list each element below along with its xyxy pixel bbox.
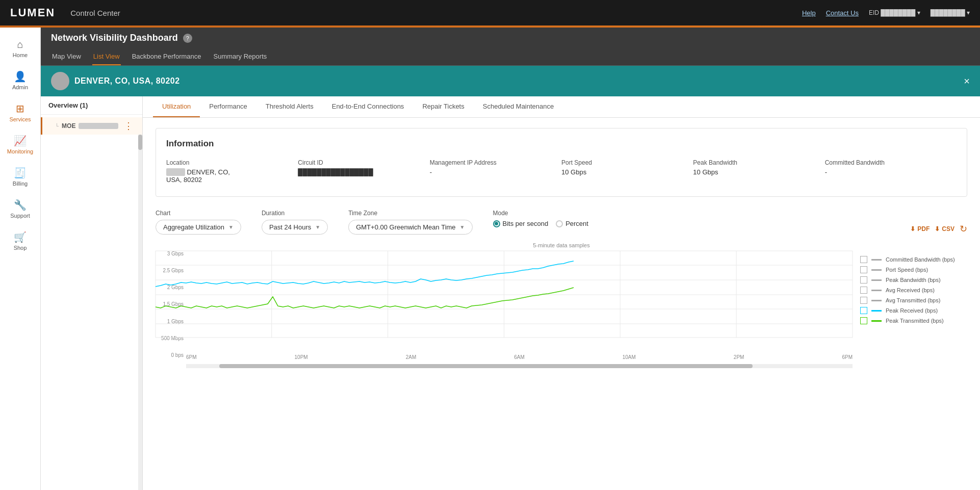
legend-checkbox-peak-bw[interactable] [860, 276, 867, 283]
left-panel-scrollbar[interactable] [138, 135, 142, 490]
sub-nav-list-view[interactable]: List View [92, 48, 121, 65]
x-label-2am: 2AM [406, 354, 417, 360]
sidebar-item-billing[interactable]: 🧾 Billing [0, 161, 40, 193]
overview-list: └ MOE ██████████ ⋮ [41, 117, 142, 135]
duration-label: Duration [262, 210, 328, 217]
tab-end-to-end[interactable]: End-to-End Connections [323, 96, 414, 117]
sub-nav-map-view[interactable]: Map View [51, 48, 82, 65]
duration-dropdown[interactable]: Past 24 Hours ▼ [262, 220, 328, 235]
legend-checkbox-avg-rx[interactable] [860, 287, 867, 294]
legend-peak-bandwidth[interactable]: Peak Bandwidth (bps) [860, 276, 967, 283]
top-nav-right: Help Contact Us EID ████████ ▾ ████████ … [802, 9, 970, 17]
legend-checkbox-avg-tx[interactable] [860, 297, 867, 304]
sidebar-item-home[interactable]: ⌂ Home [0, 33, 40, 64]
legend-label-committed: Committed Bandwidth (bps) [886, 256, 955, 263]
help-icon[interactable]: ? [183, 34, 192, 43]
services-icon: ⊞ [16, 102, 24, 115]
legend-line-avg-rx [871, 290, 882, 291]
overview-header: Overview (1) [41, 96, 142, 115]
content-area: Network Visibility Dashboard ? Map View … [41, 28, 980, 490]
banner-left: DENVER, CO, USA, 80202 [51, 72, 180, 90]
duration-dropdown-value: Past 24 Hours [269, 223, 311, 231]
chart-graph: 3 Gbps 2.5 Gbps 2 Gbps 1.5 Gbps 1 Gbps 5… [156, 251, 853, 368]
tab-repair-tickets[interactable]: Repair Tickets [413, 96, 473, 117]
refresh-button[interactable]: ↻ [960, 223, 967, 235]
legend-label-peak-tx: Peak Transmitted (bps) [886, 318, 944, 324]
timezone-dropdown-value: GMT+0.00 Greenwich Mean Time [356, 223, 455, 231]
legend-checkbox-committed[interactable] [860, 256, 867, 263]
chart-legend: Committed Bandwidth (bps) Port Speed (bp… [860, 251, 967, 368]
sidebar-item-admin[interactable]: 👤 Admin [0, 64, 40, 96]
location-title: DENVER, CO, USA, 80202 [74, 76, 180, 86]
x-label-6am: 6AM [514, 354, 525, 360]
app-name: Control Center [70, 9, 120, 17]
legend-checkbox-peak-rx[interactable] [860, 307, 867, 314]
chart-dropdown-group: Chart Aggregate Utilization ▼ [156, 210, 241, 235]
legend-checkbox-port-speed[interactable] [860, 266, 867, 273]
help-link[interactable]: Help [802, 9, 816, 17]
eid-label[interactable]: EID ████████ ▾ [869, 9, 920, 16]
chart-dropdown-value: Aggregate Utilization [163, 223, 224, 231]
chart-area: 5-minute data samples 3 Gbps 2.5 Gbps 2 … [156, 242, 967, 368]
legend-label-avg-tx: Avg Transmitted (bps) [886, 297, 940, 303]
sidebar-item-shop[interactable]: 🛒 Shop [0, 225, 40, 257]
info-col-port-speed: Port Speed 10 Gbps [561, 157, 693, 186]
mgmt-ip-value: - [430, 168, 554, 176]
sidebar-label-billing: Billing [13, 180, 28, 187]
scrollbar-thumb [138, 135, 142, 150]
legend-port-speed[interactable]: Port Speed (bps) [860, 266, 967, 273]
legend-line-port-speed [871, 269, 882, 271]
monitoring-icon: 📈 [14, 135, 27, 147]
sidebar-item-monitoring[interactable]: 📈 Monitoring [0, 128, 40, 161]
tab-scheduled-maintenance[interactable]: Scheduled Maintenance [474, 96, 563, 117]
legend-peak-transmitted[interactable]: Peak Transmitted (bps) [860, 317, 967, 324]
port-speed-label: Port Speed [561, 159, 685, 166]
legend-avg-transmitted[interactable]: Avg Transmitted (bps) [860, 297, 967, 304]
pdf-download-icon: ⬇ [910, 225, 915, 233]
item-more-button[interactable]: ⋮ [121, 121, 136, 131]
dashboard-title: Network Visibility Dashboard [51, 33, 178, 43]
legend-avg-received[interactable]: Avg Received (bps) [860, 287, 967, 294]
chart-svg [156, 251, 853, 353]
chart-dropdown[interactable]: Aggregate Utilization ▼ [156, 220, 241, 235]
info-col-committed-bw: Committed Bandwidth - [825, 157, 957, 186]
chart-container: 3 Gbps 2.5 Gbps 2 Gbps 1.5 Gbps 1 Gbps 5… [156, 251, 967, 368]
sub-nav-summary[interactable]: Summary Reports [213, 48, 268, 65]
shop-icon: 🛒 [14, 231, 27, 243]
top-nav: LUMEN Control Center Help Contact Us EID… [0, 0, 980, 25]
user-label[interactable]: ████████ ▾ [931, 9, 970, 16]
legend-peak-received[interactable]: Peak Received (bps) [860, 307, 967, 314]
sidebar-item-services[interactable]: ⊞ Services [0, 96, 40, 128]
sub-nav: Map View List View Backbone Performance … [41, 48, 980, 66]
export-pdf-button[interactable]: ⬇ PDF [910, 225, 930, 233]
mode-percent[interactable]: Percent [556, 220, 588, 227]
peak-bw-value: 10 Gbps [693, 168, 817, 176]
export-buttons: ⬇ PDF ⬇ CSV ↻ [910, 223, 967, 235]
sidebar-label-services: Services [9, 116, 31, 122]
sidebar-item-support[interactable]: 🔧 Support [0, 193, 40, 225]
timezone-dropdown[interactable]: GMT+0.00 Greenwich Mean Time ▼ [348, 220, 472, 235]
tab-threshold-alerts[interactable]: Threshold Alerts [256, 96, 323, 117]
mode-bps[interactable]: Bits per second [493, 220, 549, 227]
mode-options: Bits per second Percent [493, 220, 588, 227]
export-csv-button[interactable]: ⬇ CSV [935, 225, 955, 233]
tab-performance[interactable]: Performance [200, 96, 256, 117]
contact-link[interactable]: Contact Us [826, 9, 859, 17]
information-table: Location ████ DENVER, CO,USA, 80202 Circ… [166, 157, 957, 186]
sidebar-label-shop: Shop [14, 245, 27, 251]
legend-committed-bandwidth[interactable]: Committed Bandwidth (bps) [860, 256, 967, 263]
legend-checkbox-peak-tx[interactable] [860, 317, 867, 324]
overview-list-item[interactable]: └ MOE ██████████ ⋮ [41, 117, 142, 135]
circuit-label: Circuit ID [298, 159, 422, 166]
chart-controls: Chart Aggregate Utilization ▼ Duration P… [156, 210, 967, 235]
legend-line-committed [871, 259, 882, 261]
banner-close-button[interactable]: × [964, 75, 970, 87]
committed-bw-label: Committed Bandwidth [825, 159, 949, 166]
sub-nav-backbone[interactable]: Backbone Performance [131, 48, 202, 65]
tab-utilization[interactable]: Utilization [153, 96, 200, 117]
port-speed-value: 10 Gbps [561, 168, 685, 176]
location-avatar [51, 72, 69, 90]
chart-h-scrollbar[interactable] [186, 364, 853, 368]
duration-dropdown-group: Duration Past 24 Hours ▼ [262, 210, 328, 235]
committed-bw-value: - [825, 168, 949, 176]
